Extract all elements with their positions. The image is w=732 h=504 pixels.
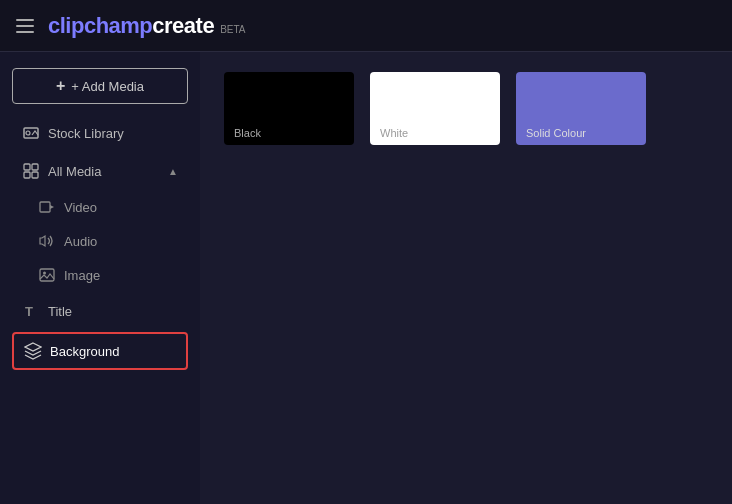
svg-marker-10: [50, 205, 54, 209]
sidebar-item-title[interactable]: T Title: [12, 294, 188, 328]
svg-rect-11: [40, 269, 54, 281]
content-area: Black White Solid Colour: [200, 52, 732, 504]
image-label: Image: [64, 268, 100, 283]
logo-beta: BETA: [220, 24, 245, 35]
expand-icon: ▲: [168, 166, 178, 177]
stock-library-label: Stock Library: [48, 126, 124, 141]
media-grid: Black White Solid Colour: [224, 72, 708, 145]
sidebar-item-all-media[interactable]: All Media ▲: [12, 154, 188, 188]
sidebar: + + Add Media Stock Library: [0, 52, 200, 504]
svg-rect-5: [24, 164, 30, 170]
svg-point-12: [43, 272, 46, 275]
plus-icon: +: [56, 77, 65, 95]
svg-rect-1: [16, 25, 34, 27]
sidebar-item-stock-library[interactable]: Stock Library: [12, 116, 188, 150]
video-icon: [38, 198, 56, 216]
add-media-label: + Add Media: [71, 79, 144, 94]
svg-rect-9: [40, 202, 50, 212]
svg-rect-6: [32, 164, 38, 170]
app-logo: clipchamp create BETA: [48, 13, 246, 39]
svg-text:T: T: [25, 304, 33, 319]
menu-icon[interactable]: [16, 19, 34, 33]
sidebar-item-video[interactable]: Video: [12, 192, 188, 222]
thumbnail-black-label: Black: [230, 125, 265, 141]
svg-rect-2: [16, 31, 34, 33]
thumbnail-solid-colour: Solid Colour: [516, 72, 646, 145]
sidebar-item-audio[interactable]: Audio: [12, 226, 188, 256]
title-label: Title: [48, 304, 72, 319]
audio-label: Audio: [64, 234, 97, 249]
thumbnail-black: Black: [224, 72, 354, 145]
title-icon: T: [22, 302, 40, 320]
logo-clipchamp: clipchamp: [48, 13, 152, 39]
media-card-solid-colour[interactable]: Solid Colour: [516, 72, 646, 145]
background-label: Background: [50, 344, 119, 359]
thumbnail-solid-colour-label: Solid Colour: [522, 125, 590, 141]
all-media-label: All Media: [48, 164, 101, 179]
media-card-white[interactable]: White: [370, 72, 500, 145]
background-icon: [24, 342, 42, 360]
svg-rect-8: [32, 172, 38, 178]
stock-library-icon: [22, 124, 40, 142]
svg-marker-14: [25, 343, 41, 351]
add-media-button[interactable]: + + Add Media: [12, 68, 188, 104]
media-card-black[interactable]: Black: [224, 72, 354, 145]
logo-create: create: [152, 13, 214, 39]
sidebar-item-image[interactable]: Image: [12, 260, 188, 290]
main-layout: + + Add Media Stock Library: [0, 52, 732, 504]
all-media-icon: [22, 162, 40, 180]
audio-icon: [38, 232, 56, 250]
video-label: Video: [64, 200, 97, 215]
sidebar-item-background[interactable]: Background: [12, 332, 188, 370]
svg-point-4: [26, 131, 30, 135]
svg-rect-0: [16, 19, 34, 21]
image-icon: [38, 266, 56, 284]
thumbnail-white-label: White: [376, 125, 412, 141]
app-header: clipchamp create BETA: [0, 0, 732, 52]
svg-rect-7: [24, 172, 30, 178]
thumbnail-white: White: [370, 72, 500, 145]
